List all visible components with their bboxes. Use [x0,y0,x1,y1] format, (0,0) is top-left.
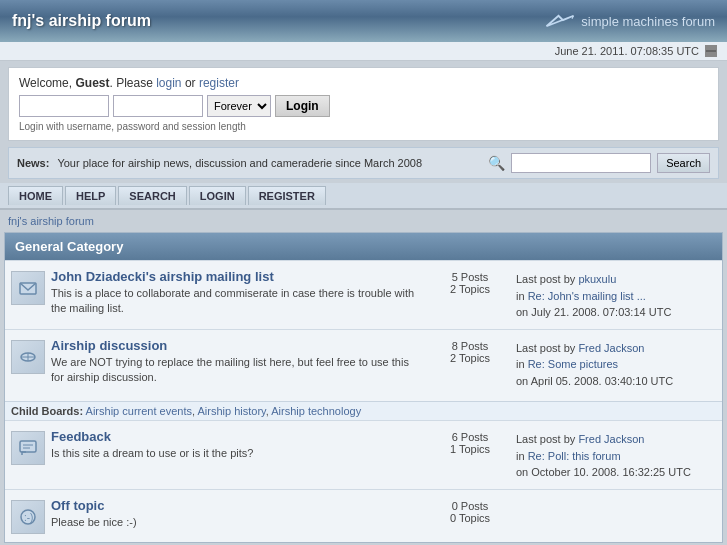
forum-row: John Dziadecki's airship mailing list Th… [5,260,722,329]
news-bar: News: Your place for airship news, discu… [8,147,719,179]
forum-icon-airship-discussion [11,340,45,374]
forum-lastpost-off-topic [516,498,716,500]
svg-rect-7 [20,441,36,452]
site-title: fnj's airship forum [12,12,151,30]
breadcrumb-link[interactable]: fnj's airship forum [8,215,94,227]
child-board-link-1[interactable]: Airship current events [86,405,192,417]
lastpost-thread-mailing-list[interactable]: Re: John's mailing list ... [528,290,646,302]
login-row: Forever Login [19,95,708,117]
forum-stats-feedback: 6 Posts 1 Topics [430,429,510,455]
forum-icon-mailing-list [11,271,45,305]
forum-name-airship-discussion[interactable]: Airship discussion [51,338,424,353]
nav-search[interactable]: SEARCH [118,186,186,205]
svg-marker-0 [547,16,574,27]
forum-row-feedback: Feedback Is this site a dream to use or … [5,420,722,489]
forum-desc-airship-discussion: We are NOT trying to replace the mailing… [51,355,424,386]
child-board-link-3[interactable]: Airship technology [271,405,361,417]
child-board-link-2[interactable]: Airship history [197,405,265,417]
forum-posts-feedback: 6 Posts [430,431,510,443]
lastpost-thread-airship-discussion[interactable]: Re: Some pictures [528,358,618,370]
forum-stats-airship-discussion: 8 Posts 2 Topics [430,338,510,364]
nav-register[interactable]: REGISTER [248,186,326,205]
category-name: General Category [15,239,123,254]
forum-stats-off-topic: 0 Posts 0 Topics [430,498,510,524]
svg-text::-): :-) [24,512,33,523]
forum-topics-off-topic: 0 Topics [430,512,510,524]
forum-info-airship-discussion: Airship discussion We are NOT trying to … [51,338,424,386]
lastpost-author-feedback[interactable]: Fred Jackson [578,433,644,445]
child-boards-airship-discussion: Child Boards: Airship current events, Ai… [5,401,722,420]
date-text: June 21. 2011. 07:08:35 UTC [555,45,699,57]
login-welcome: Welcome, Guest. Please login or register [19,76,708,90]
lastpost-author-mailing-list[interactable]: pkuxulu [578,273,616,285]
child-boards-label: Child Boards: [11,405,83,417]
news-text: Your place for airship news, discussion … [57,157,422,169]
site-header: fnj's airship forum simple machines foru… [0,0,727,42]
smf-logo-icon [545,12,575,30]
news-label: News: [17,157,49,169]
login-button[interactable]: Login [275,95,330,117]
forum-name-feedback[interactable]: Feedback [51,429,424,444]
forum-info-off-topic: Off topic Please be nice :-) [51,498,424,530]
forum-name-off-topic[interactable]: Off topic [51,498,424,513]
forum-posts-off-topic: 0 Posts [430,500,510,512]
lastpost-thread-feedback[interactable]: Re: Poll: this forum [528,450,621,462]
username-field[interactable] [19,95,109,117]
forum-info-feedback: Feedback Is this site a dream to use or … [51,429,424,461]
forum-info-mailing-list: John Dziadecki's airship mailing list Th… [51,269,424,317]
register-link[interactable]: register [199,76,239,90]
login-hint: Login with username, password and sessio… [19,121,708,132]
session-select[interactable]: Forever [207,95,271,117]
forum-icon-feedback [11,431,45,465]
smf-branding: simple machines forum [545,12,715,30]
forum-posts-airship-discussion: 8 Posts [430,340,510,352]
password-field[interactable] [113,95,203,117]
forum-desc-feedback: Is this site a dream to use or is it the… [51,446,424,461]
login-box: Welcome, Guest. Please login or register… [8,67,719,141]
news-search-input[interactable] [511,153,651,173]
forum-desc-mailing-list: This is a place to collaborate and commi… [51,286,424,317]
forum-name-mailing-list[interactable]: John Dziadecki's airship mailing list [51,269,424,284]
minimize-icon[interactable] [705,45,717,57]
main-content: General Category John Dziadecki's airshi… [4,232,723,543]
forum-desc-off-topic: Please be nice :-) [51,515,424,530]
category-header: General Category [5,233,722,260]
breadcrumb: fnj's airship forum [0,210,727,232]
nav-login[interactable]: LOGIN [189,186,246,205]
login-link[interactable]: login [156,76,181,90]
forum-stats-mailing-list: 5 Posts 2 Topics [430,269,510,295]
forum-row-airship-discussion: Airship discussion We are NOT trying to … [5,329,722,421]
forum-row-off-topic: :-) Off topic Please be nice :-) 0 Posts… [5,489,722,542]
forum-lastpost-mailing-list: Last post by pkuxulu in Re: John's maili… [516,269,716,321]
nav-home[interactable]: HOME [8,186,63,205]
forum-lastpost-airship-discussion: Last post by Fred Jackson in Re: Some pi… [516,338,716,390]
nav-bar: HOME HELP SEARCH LOGIN REGISTER [0,183,727,210]
news-search-button[interactable]: Search [657,153,710,173]
forum-topics-mailing-list: 2 Topics [430,283,510,295]
smf-label: simple machines forum [581,14,715,29]
forum-icon-off-topic: :-) [11,500,45,534]
svg-rect-2 [706,50,716,52]
search-icon: 🔍 [488,155,505,171]
date-bar: June 21. 2011. 07:08:35 UTC [0,42,727,61]
forum-posts-mailing-list: 5 Posts [430,271,510,283]
nav-help[interactable]: HELP [65,186,116,205]
forum-topics-airship-discussion: 2 Topics [430,352,510,364]
forum-lastpost-feedback: Last post by Fred Jackson in Re: Poll: t… [516,429,716,481]
lastpost-author-airship-discussion[interactable]: Fred Jackson [578,342,644,354]
forum-topics-feedback: 1 Topics [430,443,510,455]
